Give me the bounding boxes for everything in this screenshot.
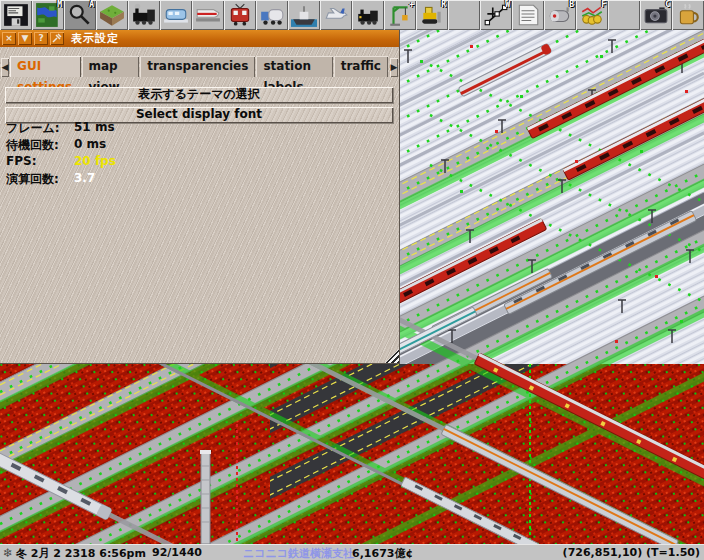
status-bar: ❄ 冬 2月 2 2318 6:56pm 92/1440 ニコニコ鉄道横瀬支社 … [0,544,704,560]
display-settings-window: × ▼ ? 表示設定 ◀ GUI settings map view trans… [0,30,400,364]
season-snowflake-icon: ❄ [3,546,13,560]
tab-transparencies[interactable]: transparencies [140,56,255,77]
map-icon [35,3,61,27]
stat-label: FPS: [6,154,74,171]
window-title: 表示設定 [71,31,119,46]
stat-value: 0 ms [74,137,106,154]
industrial-locomotive-icon [355,3,381,27]
tab-traffic[interactable]: traffic [334,56,388,77]
month-tick: 92/1440 [152,546,202,559]
toolbar-spacer-2 [608,0,640,30]
slope-tool-button[interactable] [96,0,128,30]
tab-gui-settings[interactable]: GUI settings [10,56,80,77]
special-rail-button[interactable] [352,0,384,30]
bulldozer-icon [419,3,445,27]
crane-icon [387,3,413,27]
company-name: ニコニコ鉄道横瀬支社 [243,546,354,560]
save-button[interactable] [0,0,32,30]
coffee-mug-icon [675,3,701,27]
cursor-coordinates: (726,851,10) (T=1.50) [563,546,700,559]
window-titlebar[interactable]: × ▼ ? 表示設定 [0,30,399,47]
monorail-icon [163,3,189,27]
tram-icon [227,3,253,27]
screenshot-button[interactable]: C [640,0,672,30]
tab-bar: ◀ GUI settings map view transparencies s… [0,56,399,77]
player-balance: 6,1673億¢ [352,546,413,560]
crane-button[interactable]: + [384,0,416,30]
close-icon[interactable]: × [2,32,16,45]
stat-frame-time: フレーム: 51 ms [6,120,306,137]
stat-label: フレーム: [6,120,74,137]
toolbar-spacer-1 [448,0,480,30]
list-button[interactable] [512,0,544,30]
stat-label: 演算回数: [6,171,74,188]
map-button[interactable]: M [32,0,64,30]
simutrans-screen: M A [0,0,704,560]
main-toolbar: M A [0,0,704,30]
monorail-tools-button[interactable] [160,0,192,30]
save-icon [3,3,29,27]
query-button[interactable]: A [64,0,96,30]
steam-locomotive-icon [131,3,157,27]
tram-tools-button[interactable] [224,0,256,30]
stat-label: 待機回数: [6,137,74,154]
shade-icon[interactable]: ▼ [18,32,32,45]
finance-icon [579,3,605,27]
stat-idle-time: 待機回数: 0 ms [6,137,306,154]
truck-tools-button[interactable] [256,0,288,30]
mailbox-icon [547,3,573,27]
truck-icon [259,3,285,27]
tab-scroll-left-button[interactable]: ◀ [1,58,9,77]
bulldozer-button[interactable]: R [416,0,448,30]
stat-value: 51 ms [74,120,115,137]
tab-station-labels[interactable]: station labels [256,56,332,77]
pause-button[interactable] [672,0,704,30]
resize-handle[interactable] [385,349,399,363]
query-icon [67,3,93,27]
finance-button[interactable]: F [576,0,608,30]
game-date: 冬 2月 2 2318 6:56pm [16,546,146,560]
mailbox-button[interactable]: B [544,0,576,30]
ship-tools-button[interactable] [288,0,320,30]
stat-simloops: 演算回数: 3.7 [6,171,306,188]
network-button[interactable]: W [480,0,512,30]
ship-icon [291,3,317,27]
express-train-icon [195,3,221,27]
camera-icon [643,3,669,27]
select-theme-button[interactable]: 表示するテーマの選択 [5,87,393,103]
rail-tools-button[interactable] [128,0,160,30]
air-tools-button[interactable] [320,0,352,30]
stat-fps: FPS: 20 fps [6,154,306,171]
document-list-icon [515,3,541,27]
tab-map-view[interactable]: map view [82,56,140,77]
performance-stats: フレーム: 51 ms 待機回数: 0 ms FPS: 20 fps 演算回数:… [6,120,306,188]
network-icon [483,3,509,27]
slope-tool-icon [99,3,125,27]
stat-value: 20 fps [74,154,116,171]
train-tools-button[interactable] [192,0,224,30]
stat-value: 3.7 [74,171,95,188]
help-icon[interactable]: ? [34,32,48,45]
pole [200,450,211,544]
tab-scroll-right-button[interactable]: ▶ [390,58,398,77]
pin-icon[interactable] [50,32,64,45]
airplane-icon [323,3,349,27]
